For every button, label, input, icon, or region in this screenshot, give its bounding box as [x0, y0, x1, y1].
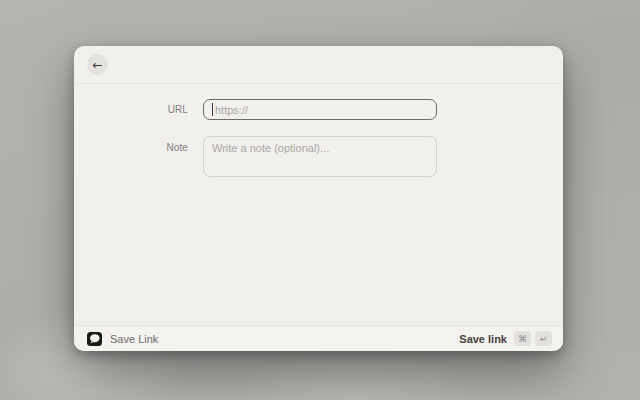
back-button[interactable]: ← [87, 54, 108, 75]
speech-bubble-icon [87, 332, 102, 346]
save-link-action-label: Save link [459, 333, 507, 345]
url-field-row: URL [74, 99, 563, 120]
command-name: Save Link [110, 333, 158, 345]
note-field-wrap [203, 136, 437, 181]
url-input[interactable] [203, 99, 437, 120]
save-link-window: ← URL Note [74, 46, 563, 351]
url-label: URL [74, 104, 203, 115]
back-arrow-icon: ← [92, 59, 102, 71]
save-link-action-button[interactable]: Save link ⌘ ↵ [456, 329, 555, 348]
footer-bar: Save Link Save link ⌘ ↵ [74, 325, 563, 351]
note-field-row: Note [74, 136, 563, 181]
note-label: Note [74, 136, 203, 181]
note-input[interactable] [203, 136, 437, 177]
return-key-badge: ↵ [535, 331, 552, 346]
footer-command-info: Save Link [87, 332, 158, 346]
desktop-background: ← URL Note [0, 0, 640, 400]
url-field-wrap [203, 99, 437, 120]
window-header: ← [74, 46, 563, 84]
text-caret [212, 103, 213, 116]
command-key-badge: ⌘ [514, 331, 531, 346]
form-area: URL Note [74, 84, 563, 325]
